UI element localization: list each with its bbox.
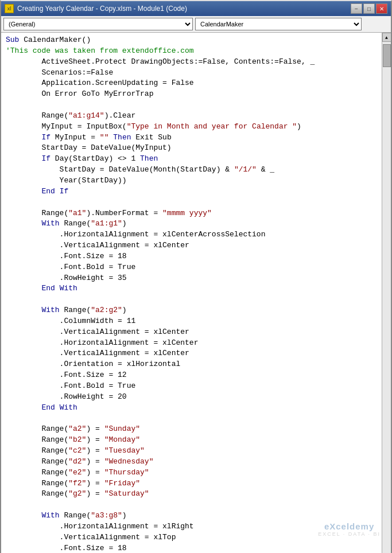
title-bar: xl Creating Yearly Calendar - Copy.xlsm … — [1, 1, 391, 16]
maximize-button[interactable]: □ — [363, 3, 375, 14]
vertical-scrollbar[interactable]: ▲ ▼ — [382, 33, 391, 553]
title-buttons: − □ ✕ — [351, 3, 387, 14]
minimize-button[interactable]: − — [351, 3, 362, 14]
calendarmaker-dropdown[interactable]: CalendarMaker — [195, 18, 362, 30]
window-title: Creating Yearly Calendar - Copy.xlsm - M… — [17, 5, 187, 13]
close-button[interactable]: ✕ — [376, 3, 387, 14]
app-icon: xl — [5, 4, 14, 13]
scroll-thumb[interactable] — [383, 44, 391, 67]
code-editor[interactable]: Sub CalendarMaker() 'This code was taken… — [1, 33, 382, 553]
vba-editor-window: xl Creating Yearly Calendar - Copy.xlsm … — [0, 0, 392, 553]
code-area: Sub CalendarMaker() 'This code was taken… — [1, 33, 391, 553]
scroll-track — [382, 42, 391, 553]
toolbar: (General) CalendarMaker — [1, 16, 391, 33]
title-bar-left: xl Creating Yearly Calendar - Copy.xlsm … — [5, 4, 187, 13]
general-dropdown[interactable]: (General) — [3, 18, 193, 30]
app-icon-text: xl — [7, 6, 11, 11]
scroll-up-button[interactable]: ▲ — [382, 33, 391, 42]
